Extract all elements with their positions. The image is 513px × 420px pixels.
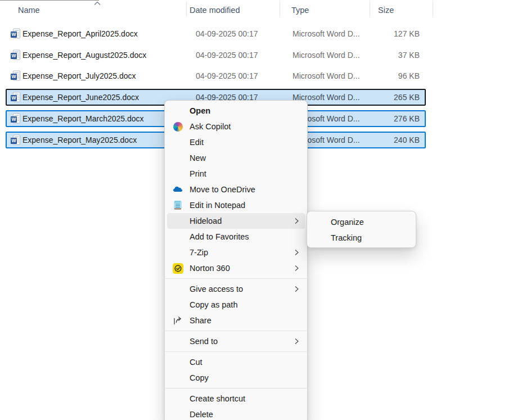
- menu-item-move-to-onedrive[interactable]: Move to OneDrive: [167, 182, 305, 197]
- menu-item-label: New: [190, 153, 206, 162]
- chevron-right-icon: [294, 286, 299, 292]
- svg-text:W: W: [11, 138, 16, 143]
- copilot-icon: [172, 121, 183, 132]
- file-size: 240 KB: [394, 136, 420, 144]
- empty-icon-slot: [172, 299, 183, 310]
- file-name: Expense_Report_March2025.docx: [22, 114, 144, 123]
- svg-text:W: W: [11, 74, 16, 79]
- file-name: Expense_Report_May2025.docx: [22, 136, 137, 144]
- menu-item-label: Copy as path: [190, 300, 237, 309]
- empty-icon-slot: [172, 393, 183, 404]
- empty-icon-slot: [172, 231, 183, 242]
- file-date-modified: 04-09-2025 00:17: [196, 51, 258, 60]
- empty-icon-slot: [313, 232, 325, 243]
- menu-item-edit[interactable]: Edit: [167, 134, 305, 150]
- context-menu: OpenAsk CopilotEditNewPrint Move to OneD…: [164, 100, 308, 420]
- column-header-row: Name Date modified Type Size: [0, 0, 513, 20]
- menu-item-add-to-favorites[interactable]: Add to Favorites: [167, 229, 305, 245]
- empty-icon-slot: [172, 247, 183, 258]
- column-header-name[interactable]: Name: [18, 6, 40, 15]
- word-document-icon: W: [10, 28, 21, 39]
- empty-icon-slot: [172, 105, 183, 116]
- menu-item-norton-360[interactable]: Norton 360: [167, 260, 305, 276]
- file-type: Microsoft Word D...: [292, 29, 360, 38]
- svg-text:W: W: [11, 31, 16, 37]
- file-size: 265 KB: [394, 93, 420, 102]
- menu-item-label: Create shortcut: [190, 394, 245, 403]
- menu-item-label: 7-Zip: [190, 248, 208, 257]
- menu-item-delete[interactable]: Delete: [167, 407, 305, 420]
- menu-item-tracking[interactable]: Tracking: [309, 230, 413, 246]
- norton-icon: [172, 263, 183, 274]
- menu-item-label: Share: [190, 316, 212, 325]
- menu-item-label: Norton 360: [190, 264, 230, 273]
- menu-item-give-access-to[interactable]: Give access to: [167, 281, 305, 297]
- sort-ascending-chevron-up-icon[interactable]: [94, 1, 101, 6]
- menu-item-label: Cut: [190, 358, 202, 367]
- empty-icon-slot: [172, 409, 183, 420]
- menu-item-7-zip[interactable]: 7-Zip: [167, 245, 305, 260]
- word-document-icon: W: [10, 70, 21, 82]
- menu-item-open[interactable]: Open: [167, 103, 305, 119]
- chevron-right-icon: [294, 218, 299, 224]
- file-size: 276 KB: [394, 114, 420, 123]
- column-divider[interactable]: [370, 1, 370, 17]
- menu-item-edit-in-notepad[interactable]: Edit in Notepad: [167, 197, 305, 213]
- menu-item-share[interactable]: Share: [167, 313, 305, 328]
- file-row[interactable]: W Expense_Report_July2025.docx04-09-2025…: [6, 67, 426, 84]
- word-document-icon: W: [10, 113, 21, 124]
- menu-item-send-to[interactable]: Send to: [167, 333, 305, 349]
- word-document-icon: W: [10, 92, 21, 103]
- menu-item-label: Ask Copilot: [190, 122, 231, 131]
- column-header-date-modified[interactable]: Date modified: [190, 6, 240, 15]
- menu-item-create-shortcut[interactable]: Create shortcut: [167, 391, 305, 407]
- menu-item-label: Organize: [331, 218, 364, 227]
- file-row[interactable]: W Expense_Report_August2025.docx04-09-20…: [6, 47, 426, 64]
- menu-item-ask-copilot[interactable]: Ask Copilot: [167, 119, 305, 134]
- column-header-size[interactable]: Size: [378, 6, 394, 15]
- chevron-right-icon: [294, 249, 299, 256]
- menu-item-label: Give access to: [190, 284, 243, 293]
- column-divider[interactable]: [186, 1, 187, 17]
- file-type: Microsoft Word D...: [292, 71, 360, 80]
- menu-item-label: Edit: [190, 138, 204, 147]
- menu-item-copy-as-path[interactable]: Copy as path: [167, 297, 305, 313]
- menu-item-label: Send to: [190, 337, 218, 346]
- menu-item-copy[interactable]: Copy: [167, 370, 305, 386]
- empty-icon-slot: [172, 152, 183, 164]
- file-name: Expense_Report_April2025.docx: [22, 29, 138, 38]
- file-row[interactable]: W Expense_Report_April2025.docx04-09-202…: [6, 25, 426, 42]
- hideload-submenu: OrganizeTracking: [307, 211, 416, 248]
- word-document-icon: W: [10, 49, 21, 61]
- menu-item-cut[interactable]: Cut: [167, 354, 305, 370]
- file-name: Expense_Report_July2025.docx: [22, 71, 136, 80]
- file-name: Expense_Report_August2025.docx: [22, 51, 146, 60]
- menu-separator: [165, 278, 307, 279]
- column-header-type[interactable]: Type: [291, 6, 309, 15]
- menu-separator: [165, 388, 307, 389]
- svg-text:W: W: [11, 53, 16, 58]
- empty-icon-slot: [172, 137, 183, 148]
- empty-icon-slot: [172, 168, 183, 179]
- menu-item-new[interactable]: New: [167, 150, 305, 166]
- file-name: Expense_Report_June2025.docx: [22, 93, 139, 102]
- file-date-modified: 04-09-2025 00:17: [196, 29, 258, 38]
- empty-icon-slot: [172, 215, 183, 227]
- file-type: Microsoft Word D...: [292, 51, 360, 60]
- menu-item-label: Print: [190, 169, 206, 178]
- svg-text:W: W: [11, 95, 16, 101]
- notepad-icon: [172, 200, 183, 211]
- empty-icon-slot: [172, 356, 183, 368]
- onedrive-icon: [172, 184, 183, 195]
- column-divider[interactable]: [280, 1, 280, 17]
- column-divider[interactable]: [433, 1, 433, 17]
- menu-item-organize[interactable]: Organize: [309, 214, 413, 230]
- file-size: 96 KB: [398, 71, 420, 80]
- menu-item-label: Edit in Notepad: [190, 201, 245, 210]
- menu-item-label: Move to OneDrive: [190, 185, 255, 194]
- empty-icon-slot: [172, 372, 183, 383]
- menu-item-hideload[interactable]: Hideload: [167, 213, 305, 229]
- chevron-right-icon: [294, 338, 299, 345]
- svg-text:W: W: [11, 116, 16, 122]
- menu-item-print[interactable]: Print: [167, 166, 305, 182]
